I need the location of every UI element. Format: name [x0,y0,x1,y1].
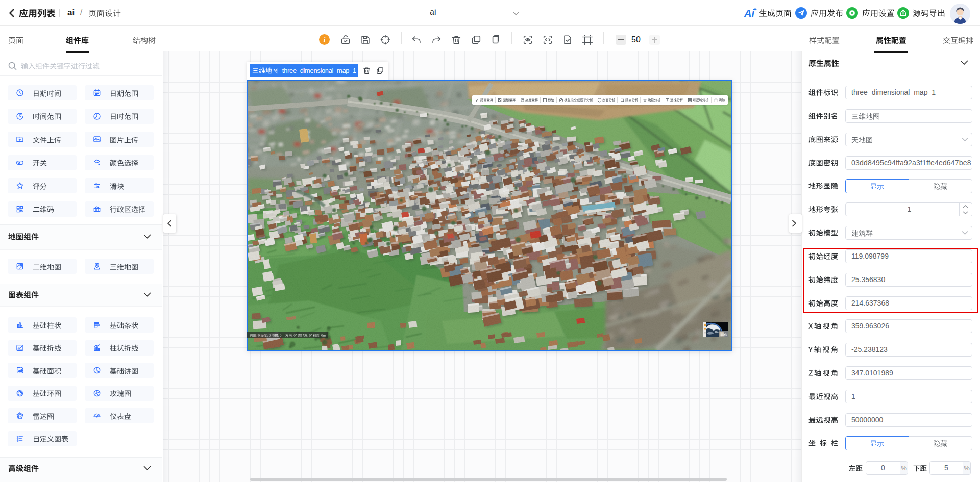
svg-text:i: i [324,36,326,43]
svg-text:Ai: Ai [744,8,754,19]
